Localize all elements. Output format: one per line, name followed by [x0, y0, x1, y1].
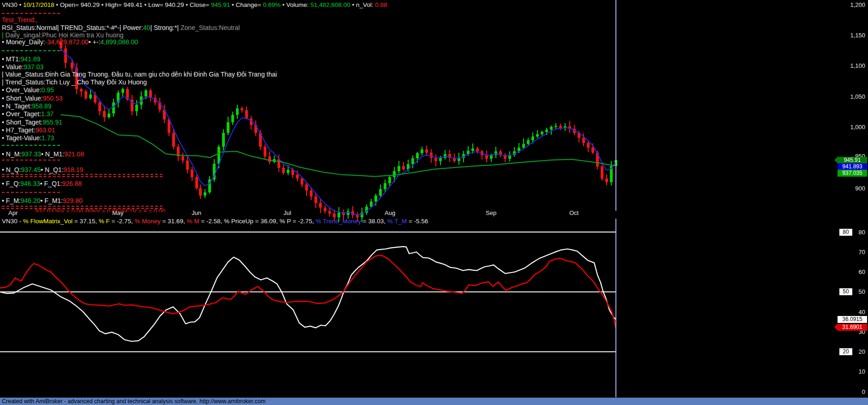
text-fragment: • Over_Taget:	[2, 110, 41, 118]
dashed-separator	[2, 50, 60, 51]
overlay-text-line: • Value:937.03	[2, 64, 43, 71]
text-fragment: 1.37	[41, 110, 54, 118]
text-fragment: • N_Q:	[2, 166, 21, 173]
text-fragment: 926.88	[62, 180, 82, 187]
text-fragment: 937.03	[24, 63, 43, 71]
candle-body	[64, 48, 67, 62]
candle-body	[227, 122, 229, 133]
text-fragment: = -2.58,	[199, 218, 224, 225]
x-axis-month-label: Oct	[569, 209, 579, 216]
chart-canvas[interactable]	[0, 0, 868, 405]
candle-body	[222, 133, 225, 146]
text-fragment: • Short_Value:	[2, 95, 43, 102]
overlay-text-line: • N_M:937.33• N_M1:921.08	[2, 151, 84, 158]
oscillator-value-tag: 80	[839, 229, 852, 236]
candle-body	[471, 149, 474, 151]
text-fragment: • F_M:	[2, 197, 21, 204]
text-fragment: % PriceUp = 36.09, % P = -2.75,	[224, 218, 316, 225]
candle-body	[601, 167, 603, 178]
axis-tick-label: 1,000	[846, 124, 865, 131]
candle-body	[531, 137, 534, 140]
candle-body	[135, 105, 138, 111]
text-fragment: 4,899,088.00	[100, 38, 138, 46]
candle-body	[333, 214, 336, 217]
text-fragment: = 37.15,	[72, 218, 99, 225]
text-fragment: • Money_Daily:	[2, 38, 45, 46]
truncated-indicator-text: 937.03 %V = 0.00 @%V = 0.00 %F1V = A = 0…	[35, 208, 165, 212]
text-fragment: 946.33	[20, 180, 40, 187]
dashed-separator	[2, 192, 60, 193]
amibroker-window: VN30 • 10/17/2018 • Open= 940.29 • High=…	[0, 0, 868, 405]
text-fragment: | Strong:*|	[150, 24, 181, 31]
text-fragment: 0.69%	[263, 1, 280, 8]
candle-body	[282, 168, 285, 173]
candle-body	[591, 148, 594, 153]
axis-tick-label: 10	[846, 368, 865, 375]
axis-tick-label: 1,200	[846, 1, 865, 8]
text-fragment: -34,629,872.00	[45, 38, 89, 46]
candle-body	[541, 132, 543, 134]
oscillator-value-tag: 50	[839, 288, 852, 295]
text-fragment: % T_M	[387, 218, 407, 225]
axis-tick-label: 70	[846, 249, 865, 256]
text-fragment: • Over_Value:	[2, 86, 42, 94]
text-fragment: VN30 -	[2, 218, 23, 225]
text-fragment: 51,482,608.00	[310, 1, 350, 8]
dashed-separator	[2, 160, 60, 161]
candle-body	[305, 185, 308, 191]
text-fragment: 10/17/2018	[23, 1, 54, 8]
text-fragment: = -2.75,	[110, 218, 135, 225]
flowmatrix-title: VN30 - % FlowMatrix_Vol = 37.15, % F = -…	[2, 218, 428, 225]
text-fragment: • Taget-Value:	[2, 134, 42, 142]
candle-body	[328, 211, 331, 214]
ohlc-title: VN30 • 10/17/2018 • Open= 940.29 • High=…	[2, 1, 387, 8]
text-fragment: 40	[143, 24, 151, 31]
text-fragment: • N_Q1:	[41, 166, 63, 173]
overlay-text-line: • F_Q:946.33• F_Q1:926.88	[2, 180, 82, 187]
candle-body	[402, 166, 405, 169]
text-fragment: 955.91	[42, 119, 62, 126]
green-ma-line	[61, 115, 616, 177]
candle-body	[236, 108, 239, 114]
text-fragment: = 38.03,	[361, 218, 387, 225]
overlay-text-line: • Short_Taget:955.91	[2, 119, 62, 126]
overlay-text-line: • Money_Daily:-34,629,872.00• +-:4,899,0…	[2, 39, 138, 46]
candle-body	[108, 113, 110, 117]
x-axis-month-label: Aug	[385, 209, 395, 216]
candle-body	[199, 188, 202, 196]
candle-body	[411, 158, 414, 164]
overlay-text-line: • Taget-Value:1.73	[2, 135, 54, 142]
axis-tick-label: 900	[846, 185, 865, 192]
candle-body	[398, 166, 400, 171]
candle-body	[112, 102, 115, 113]
text-fragment: VN30 •	[2, 1, 23, 8]
axis-tick-label: 1,150	[846, 32, 865, 39]
axis-tick-label: 60	[846, 268, 865, 275]
candle-body	[522, 144, 525, 148]
candle-body	[181, 156, 184, 161]
text-fragment: % F	[99, 218, 110, 225]
price-value-tag: 945.91	[838, 157, 867, 164]
tag-arrow-icon	[834, 157, 838, 163]
text-fragment: 941.89	[21, 55, 41, 63]
text-fragment: = 31.69,	[161, 218, 187, 225]
double-dashed-separator	[2, 174, 163, 179]
candle-body	[195, 177, 198, 188]
overlay-text-line: • H7_Taget:963.01	[2, 127, 55, 134]
text-fragment: • MT1:	[2, 55, 21, 63]
candle-body	[536, 134, 539, 137]
white-oscillator-line	[0, 247, 616, 341]
text-fragment: % FlowMatrix_Vol	[23, 218, 72, 225]
text-fragment: 945.91	[211, 1, 230, 8]
oscillator-value-tag: 20	[839, 348, 852, 355]
candle-body	[388, 177, 391, 183]
candle-body	[204, 192, 206, 196]
candle-body	[310, 191, 313, 197]
candle-body	[559, 126, 562, 128]
candle-body	[245, 110, 248, 118]
candle-body	[89, 95, 92, 98]
candle-body	[379, 189, 382, 195]
candle-body	[393, 171, 396, 177]
text-fragment: 918.19	[64, 166, 84, 173]
text-fragment: | Trend_Status:Tich Luy _ Cho Thay Đôi X…	[2, 78, 147, 86]
